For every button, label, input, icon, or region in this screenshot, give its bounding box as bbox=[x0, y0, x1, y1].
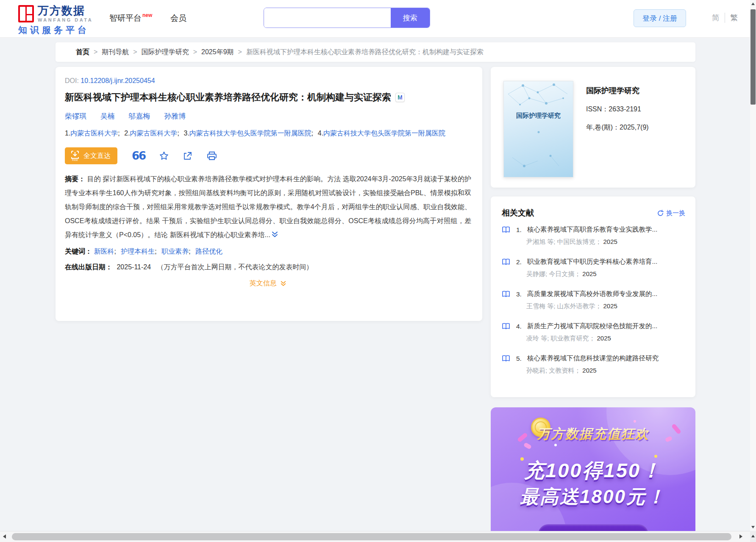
keywords-label: 关键词： bbox=[65, 248, 92, 255]
confetti-ribbon bbox=[523, 442, 532, 450]
related-item-title[interactable]: 新质生产力视域下高职院校绿色技能开发的... bbox=[527, 322, 657, 331]
article-action-row: free 全文直达 66 bbox=[65, 147, 471, 164]
keyword-link[interactable]: 路径优化 bbox=[195, 248, 222, 255]
related-item: 4. 新质生产力视域下高职院校绿色技能开发的... 凌玲 等; 职业教育研究；2… bbox=[502, 322, 685, 354]
abstract-text: 目的 探讨新医科视域下的核心职业素养培养路径教学模式对护理本科生的影响。方法 选… bbox=[65, 175, 471, 238]
article-title-text: 新医科视域下护理本科生核心职业素养培养路径优化研究：机制构建与实证探索 bbox=[65, 92, 391, 102]
print-icon[interactable] bbox=[206, 151, 217, 161]
related-item-title[interactable]: 核心素养视域下信息科技课堂的构建路径研究 bbox=[527, 354, 659, 363]
keyword-link[interactable]: 职业素养 bbox=[161, 248, 189, 255]
related-item: 2. 职业教育视域下中职历史学科核心素养培育... 吴静娜; 今日文摘；2025 bbox=[502, 257, 685, 290]
related-item-meta: 尹湘旭 等; 中国民族博览； bbox=[526, 238, 602, 245]
author-link[interactable]: 孙雅博 bbox=[164, 112, 186, 120]
keyword-separator: ; bbox=[189, 248, 190, 255]
related-heading: 相关文献 bbox=[502, 207, 534, 218]
keywords-row: 关键词： 新医科; 护理本科生; 职业素养; 路径优化 bbox=[65, 244, 471, 258]
pubdate-label: 在线出版日期： bbox=[65, 263, 112, 271]
language-switch: 简 繁 bbox=[707, 13, 743, 23]
lang-simplified[interactable]: 简 bbox=[707, 13, 725, 23]
journal-info-card: 国际护理学研究 国际护理学研究 ISSN：2633-2191 年,卷(期)：20… bbox=[491, 67, 695, 188]
affiliation-separator: ; bbox=[118, 130, 120, 137]
abstract: 摘要： 目的 探讨新医科视域下的核心职业素养培养路径教学模式对护理本科生的影响。… bbox=[65, 172, 471, 243]
horizontal-scrollbar-thumb[interactable] bbox=[12, 533, 731, 540]
breadcrumb-separator: > bbox=[133, 48, 137, 56]
breadcrumb-journal[interactable]: 国际护理学研究 bbox=[142, 48, 189, 57]
doi-link[interactable]: 10.12208/j.ijnr.20250454 bbox=[81, 77, 155, 84]
english-info-toggle[interactable]: 英文信息 bbox=[250, 279, 277, 287]
expand-abstract-chevron-icon[interactable] bbox=[271, 229, 278, 243]
scroll-down-arrow-icon[interactable] bbox=[751, 526, 755, 528]
book-icon bbox=[502, 323, 510, 330]
scroll-right-arrow-icon[interactable] bbox=[739, 534, 742, 539]
author-link[interactable]: 柴镠琪 bbox=[65, 112, 86, 120]
article-title: 新医科视域下护理本科生核心职业素养培养路径优化研究：机制构建与实证探索M bbox=[65, 91, 471, 104]
journal-cover[interactable]: 国际护理学研究 bbox=[503, 81, 573, 177]
related-item-year: 2025 bbox=[597, 335, 611, 342]
affiliation-link[interactable]: 内蒙古科技大学包头医学院第一附属医院 bbox=[323, 130, 445, 137]
cite-icon[interactable]: 66 bbox=[132, 152, 145, 160]
related-item-title[interactable]: 职业教育视域下中职历史学科核心素养培育... bbox=[527, 257, 657, 266]
refresh-label: 换一换 bbox=[666, 209, 685, 217]
fulltext-button[interactable]: free 全文直达 bbox=[65, 147, 117, 164]
related-item-number: 5. bbox=[516, 355, 527, 362]
lang-traditional[interactable]: 繁 bbox=[725, 13, 743, 23]
breadcrumb: 首页 > 期刊导航 > 国际护理学研究 > 2025年9期 > 新医科视域下护理… bbox=[56, 42, 695, 62]
breadcrumb-home[interactable]: 首页 bbox=[76, 48, 89, 57]
scroll-left-arrow-icon[interactable] bbox=[3, 534, 6, 539]
search-box: 搜索 bbox=[264, 8, 430, 28]
breadcrumb-current: 新医科视域下护理本科生核心职业素养培养路径优化研究：机制构建与实证探索 bbox=[246, 48, 484, 57]
affiliation-link[interactable]: 内蒙古科技大学包头医学院第一附属医院 bbox=[189, 130, 311, 137]
issn-label: ISSN： bbox=[586, 105, 609, 113]
related-item-number: 3. bbox=[516, 290, 527, 298]
search-button[interactable]: 搜索 bbox=[391, 8, 430, 28]
banner-offer-line1: 充100得150！ bbox=[491, 457, 695, 484]
brand-name-en: WANFANG DATA bbox=[38, 17, 93, 22]
medline-badge[interactable]: M bbox=[395, 93, 405, 102]
related-item-meta: 王雪梅 等; 山东外语教学； bbox=[526, 302, 602, 310]
scrollbar-corner bbox=[750, 531, 756, 542]
affiliation-num: 1. bbox=[65, 130, 70, 137]
book-icon bbox=[502, 290, 510, 298]
related-item-number: 2. bbox=[516, 258, 527, 266]
vertical-scrollbar[interactable] bbox=[750, 0, 756, 531]
breadcrumb-journal-nav[interactable]: 期刊导航 bbox=[102, 48, 129, 57]
scroll-up-arrow-icon[interactable] bbox=[751, 3, 755, 5]
journal-name-link[interactable]: 国际护理学研究 bbox=[586, 86, 649, 96]
author-link[interactable]: 邬嘉梅 bbox=[128, 112, 150, 120]
cover-network-art bbox=[504, 81, 573, 177]
author-link[interactable]: 吴楠 bbox=[100, 112, 115, 120]
book-icon bbox=[502, 258, 510, 265]
related-item-title[interactable]: 核心素养视域下高职音乐教育专业实践教学... bbox=[527, 225, 657, 234]
affiliation-link[interactable]: 内蒙古医科大学 bbox=[70, 130, 118, 137]
related-item-title[interactable]: 高质量发展视域下高校外语教师专业发展的... bbox=[527, 290, 657, 299]
nav-member[interactable]: 会员 bbox=[170, 13, 186, 24]
online-pubdate-row: 在线出版日期： 2025-11-24 （万方平台首次上网日期，不代表论文的发表时… bbox=[65, 260, 471, 274]
keyword-link[interactable]: 新医科 bbox=[94, 248, 114, 255]
affiliation-link[interactable]: 内蒙古医科大学 bbox=[130, 130, 178, 137]
share-export-icon[interactable] bbox=[183, 151, 193, 161]
banner-title: 万方数据充值狂欢 bbox=[491, 425, 695, 443]
breadcrumb-issue[interactable]: 2025年9期 bbox=[201, 48, 234, 57]
refresh-related-button[interactable]: 换一换 bbox=[657, 209, 685, 217]
nav-zhiyan-platform[interactable]: 智研平台new bbox=[109, 13, 151, 24]
logo-bar bbox=[20, 7, 25, 21]
brand-logo[interactable]: 万方数据 WANFANG DATA 知识服务平台 bbox=[18, 5, 93, 36]
promo-banner[interactable]: 万方数据充值狂欢 充100得150！ 最高送1800元！ bbox=[491, 407, 695, 542]
related-item-meta: 孙晓莉; 文教资料； bbox=[526, 367, 581, 374]
affiliation-separator: ; bbox=[178, 130, 179, 137]
book-icon bbox=[502, 355, 510, 362]
journal-volume: 年,卷(期)：2025,7(9) bbox=[586, 123, 649, 132]
breadcrumb-separator: > bbox=[238, 48, 242, 56]
banner-offer-line2: 最高送1800元！ bbox=[491, 484, 695, 509]
vertical-scrollbar-thumb[interactable] bbox=[750, 9, 756, 105]
top-header: 万方数据 WANFANG DATA 知识服务平台 智研平台new 会员 搜索 登… bbox=[0, 0, 756, 38]
horizontal-scrollbar[interactable] bbox=[0, 531, 756, 542]
chevron-down-icon[interactable] bbox=[280, 281, 286, 287]
login-register-button[interactable]: 登录 / 注册 bbox=[634, 9, 686, 27]
keyword-link[interactable]: 护理本科生 bbox=[121, 248, 155, 255]
search-input[interactable] bbox=[264, 8, 391, 28]
favorite-star-icon[interactable] bbox=[159, 151, 169, 161]
issn-value: 2633-2191 bbox=[609, 105, 641, 113]
nav-zhiyan-label: 智研平台 bbox=[109, 14, 142, 22]
journal-cover-title: 国际护理学研究 bbox=[504, 112, 573, 120]
